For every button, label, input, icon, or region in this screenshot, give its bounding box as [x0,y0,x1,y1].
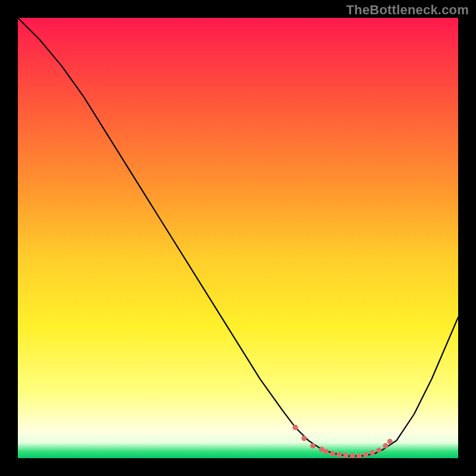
highlight-dot [387,439,393,444]
highlight-dot [343,453,349,458]
plot-area [18,18,458,458]
watermark-text: TheBottleneck.com [346,2,469,18]
chart-svg [18,18,458,458]
chart-frame: TheBottleneck.com [0,0,476,476]
highlight-dot [337,452,342,458]
gradient-background [18,18,458,458]
highlight-dot [310,443,315,449]
highlight-dot [376,447,381,453]
highlight-dot [324,449,329,454]
highlight-dot [293,425,298,430]
highlight-dot [363,452,368,458]
highlight-dot [330,451,336,456]
highlight-dot [383,443,388,449]
highlight-dot [369,450,375,456]
highlight-dot [302,436,307,441]
